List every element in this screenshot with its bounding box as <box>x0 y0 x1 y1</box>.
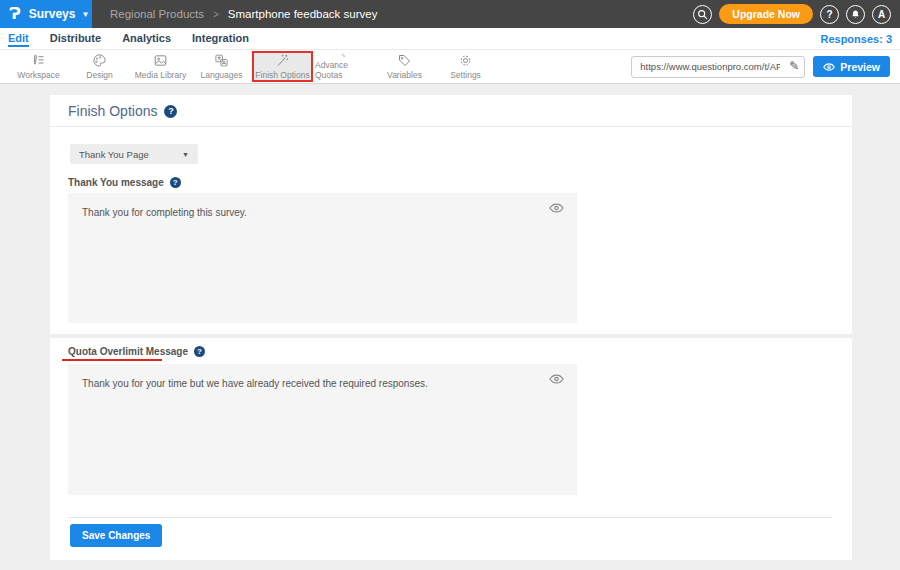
responses-count[interactable]: Responses: 3 <box>820 33 892 45</box>
survey-url-box: ✎ <box>631 56 805 78</box>
toolbar-item-label: Languages <box>200 70 242 80</box>
eye-icon <box>823 62 835 72</box>
toolbar-item-label: Settings <box>450 70 481 80</box>
toolbar-item-design[interactable]: Design <box>69 51 130 82</box>
breadcrumb: Regional Products > Smartphone feedback … <box>110 0 377 28</box>
section-divider <box>50 334 852 338</box>
chain-links-icon <box>335 53 352 58</box>
account-avatar[interactable]: A <box>872 5 891 24</box>
topbar-actions: Upgrade Now ? A <box>693 0 900 28</box>
magic-wand-icon <box>274 53 291 68</box>
upgrade-now-button[interactable]: Upgrade Now <box>719 4 813 24</box>
help-icon[interactable]: ? <box>164 105 177 118</box>
thank-you-message-text: Thank you for completing this survey. <box>68 193 577 220</box>
questionpro-logo: Ɂ <box>9 7 21 22</box>
toolbar-item-settings[interactable]: Settings <box>435 51 496 82</box>
tab-analytics[interactable]: Analytics <box>122 30 171 47</box>
quota-overlimit-message-textarea[interactable]: Thank you for your time but we have alre… <box>68 364 577 495</box>
panel-header: Finish Options ? <box>68 103 177 119</box>
surveys-product-menu[interactable]: Ɂ Surveys ▼ <box>0 0 92 28</box>
design-icon <box>91 53 108 68</box>
toolbar-item-advance-quotas[interactable]: Advance Quotas <box>313 51 374 82</box>
help-icon[interactable]: ? <box>194 346 205 357</box>
help-icon[interactable]: ? <box>170 177 181 188</box>
preview-eye-icon[interactable] <box>549 371 564 389</box>
footer-divider <box>68 517 832 518</box>
thank-you-message-textarea[interactable]: Thank you for completing this survey. <box>68 193 577 323</box>
notifications-button[interactable] <box>846 5 865 24</box>
save-changes-button[interactable]: Save Changes <box>70 524 162 547</box>
toolbar-item-label: Workspace <box>17 70 59 80</box>
breadcrumb-survey-title: Smartphone feedback survey <box>228 8 378 20</box>
toolbar-item-workspace[interactable]: Workspace <box>8 51 69 82</box>
search-button[interactable] <box>693 5 712 24</box>
top-bar: Ɂ Surveys ▼ Regional Products > Smartpho… <box>0 0 900 28</box>
preview-eye-icon[interactable] <box>549 200 564 218</box>
toolbar-item-variables[interactable]: Variables <box>374 51 435 82</box>
help-button[interactable]: ? <box>820 5 839 24</box>
breadcrumb-separator: > <box>213 9 219 20</box>
languages-icon <box>213 53 230 68</box>
edit-toolbar: Workspace Design Media Library Languages… <box>0 49 900 84</box>
toolbar-item-label: Advance Quotas <box>315 60 372 80</box>
chevron-down-icon: ▼ <box>81 10 89 19</box>
toolbar-item-languages[interactable]: Languages <box>191 51 252 82</box>
tab-edit[interactable]: Edit <box>8 30 29 47</box>
quota-overlimit-message-text: Thank you for your time but we have alre… <box>68 364 577 391</box>
toolbar-item-finish-options[interactable]: Finish Options <box>252 51 313 82</box>
header-divider <box>50 126 852 127</box>
media-library-icon <box>152 53 169 68</box>
gear-icon <box>457 53 474 68</box>
page-title: Finish Options <box>68 103 157 119</box>
annotation-red-underline <box>62 359 162 361</box>
thank-you-message-label: Thank You message <box>68 177 164 188</box>
tag-icon <box>396 53 413 68</box>
quota-overlimit-message-label: Quota Overlimit Message <box>68 346 188 357</box>
toolbar-item-label: Media Library <box>135 70 187 80</box>
edit-url-pencil-icon[interactable]: ✎ <box>789 59 799 73</box>
survey-nav-tabs: Edit Distribute Analytics Integration Re… <box>0 28 900 49</box>
finish-option-type-dropdown[interactable]: Thank You Page ▼ <box>70 144 198 164</box>
tab-integration[interactable]: Integration <box>192 30 249 47</box>
thank-you-label-row: Thank You message ? <box>68 177 181 188</box>
preview-button-label: Preview <box>840 61 880 73</box>
toolbar-item-label: Design <box>86 70 112 80</box>
preview-button[interactable]: Preview <box>813 56 890 77</box>
product-name: Surveys <box>29 7 76 21</box>
workspace-icon <box>30 53 47 68</box>
dropdown-selected-value: Thank You Page <box>79 149 149 160</box>
finish-options-panel: Finish Options ? Thank You Page ▼ Thank … <box>50 95 852 560</box>
page-content: Finish Options ? Thank You Page ▼ Thank … <box>0 84 900 570</box>
survey-url-input[interactable] <box>631 56 805 78</box>
toolbar-item-label: Variables <box>387 70 422 80</box>
chevron-down-icon: ▼ <box>182 151 189 158</box>
toolbar-right: ✎ Preview <box>631 56 900 78</box>
bell-icon <box>850 9 861 20</box>
toolbar-item-label: Finish Options <box>255 70 309 80</box>
quota-label-row: Quota Overlimit Message ? <box>68 346 205 357</box>
toolbar-item-media-library[interactable]: Media Library <box>130 51 191 82</box>
tab-distribute[interactable]: Distribute <box>50 30 101 47</box>
breadcrumb-folder[interactable]: Regional Products <box>110 8 204 20</box>
search-icon <box>697 9 708 20</box>
